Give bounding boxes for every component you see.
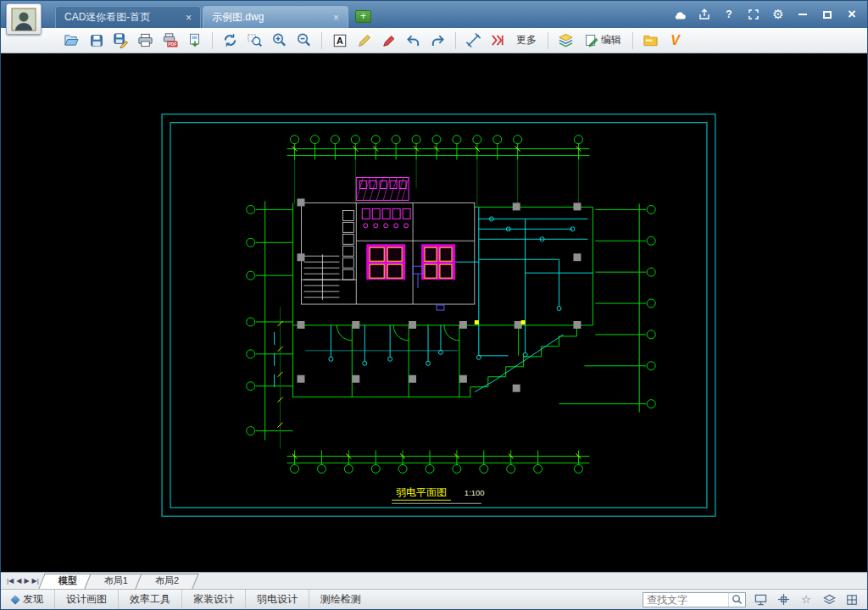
columns xyxy=(298,198,581,391)
discover-icon xyxy=(10,595,19,604)
tab-home[interactable]: CAD迷你看图-首页 × xyxy=(55,6,201,28)
tab-strip: CAD迷你看图-首页 × 示例图.dwg × + xyxy=(55,1,371,28)
statusbar-item-label: 测绘检测 xyxy=(320,592,361,607)
user-avatar[interactable] xyxy=(6,3,42,35)
display-icon[interactable] xyxy=(752,592,769,607)
statusbar-item-discover[interactable]: 发现 xyxy=(1,590,54,609)
layout-tab-bar: |◀ ◀ ▶ ▶| 模型 布局1 布局2 xyxy=(1,572,867,589)
settings-icon[interactable]: ⚙ xyxy=(771,8,785,21)
layout-tab-model[interactable]: 模型 xyxy=(45,573,91,589)
layers-icon[interactable] xyxy=(821,592,837,607)
drawing-scale: 1:100 xyxy=(465,488,485,497)
elevator-shaft-a xyxy=(366,244,405,280)
grid-icon[interactable] xyxy=(843,592,860,607)
statusbar-item-label: 效率工具 xyxy=(130,592,170,607)
export-image-button[interactable] xyxy=(183,30,206,52)
nav-last-button[interactable]: ▶| xyxy=(32,578,39,585)
titlebar: CAD迷你看图-首页 × 示例图.dwg × + ? ⚙ × xyxy=(1,1,867,28)
pdf-badge-label: PDF xyxy=(168,42,176,47)
close-button[interactable]: × xyxy=(845,8,859,21)
elevator-shaft-b xyxy=(421,244,455,280)
zoom-out-button[interactable] xyxy=(292,30,315,52)
maximize-button[interactable] xyxy=(821,8,834,21)
statusbar-item-label: 设计画图 xyxy=(66,592,107,607)
v-logo-button[interactable]: V xyxy=(664,30,687,52)
zoom-in-button[interactable] xyxy=(268,30,291,52)
layout-tab-2[interactable]: 布局2 xyxy=(142,573,192,589)
grid-bottom xyxy=(287,450,590,473)
crosshair-icon[interactable] xyxy=(775,592,792,607)
search-icon[interactable] xyxy=(728,593,745,607)
toolbar: PDF A xyxy=(1,28,867,53)
statusbar-item-label: 发现 xyxy=(23,592,43,607)
toolbar-separator xyxy=(321,32,322,49)
title-block: 弱电平面图 1:100 xyxy=(392,486,484,503)
search-box xyxy=(643,592,746,607)
partitions xyxy=(352,325,518,397)
statusbar-item-elv-design[interactable]: 弱电设计 xyxy=(245,590,309,609)
zoom-window-button[interactable] xyxy=(243,30,266,52)
layout-tab-label: 布局2 xyxy=(155,574,179,587)
layers-button[interactable] xyxy=(554,30,577,52)
toolbar-separator xyxy=(212,32,213,49)
layout-tab-1[interactable]: 布局1 xyxy=(91,573,142,589)
shaft-cells xyxy=(342,210,353,280)
share-icon[interactable] xyxy=(698,8,711,21)
star-icon[interactable]: ☆ xyxy=(798,592,815,607)
wc-fixtures xyxy=(362,208,410,227)
save-button[interactable] xyxy=(85,30,108,52)
stairs xyxy=(304,254,340,300)
open-button[interactable] xyxy=(60,30,83,52)
statusbar-item-survey-check[interactable]: 测绘检测 xyxy=(309,590,372,609)
new-tab-button[interactable]: + xyxy=(355,10,371,23)
pan-view-button[interactable] xyxy=(219,30,242,52)
grid-right xyxy=(559,203,656,412)
cloud-icon[interactable] xyxy=(673,8,687,21)
cad-drawing: 弱电平面图 1:100 xyxy=(1,53,867,572)
v-logo: V xyxy=(670,33,680,48)
measure-button[interactable] xyxy=(462,30,485,52)
export-pdf-button[interactable]: PDF xyxy=(159,30,181,52)
help-icon[interactable]: ? xyxy=(722,8,736,21)
batch-measure-button[interactable] xyxy=(487,30,509,52)
nav-first-button[interactable]: |◀ xyxy=(7,578,14,585)
toolbar-separator xyxy=(455,32,456,49)
statusbar-item-efficiency-tools[interactable]: 效率工具 xyxy=(118,590,181,609)
search-input[interactable] xyxy=(643,594,728,606)
statusbar-item-home-design[interactable]: 家装设计 xyxy=(181,590,245,609)
tab-drawing-close-icon[interactable]: × xyxy=(326,12,339,24)
redo-button[interactable] xyxy=(426,30,449,52)
building-outline xyxy=(293,202,593,396)
tab-home-close-icon[interactable]: × xyxy=(179,12,192,24)
nav-prev-button[interactable]: ◀ xyxy=(16,578,21,585)
tab-drawing[interactable]: 示例图.dwg × xyxy=(203,6,348,28)
statusbar-right: ☆ xyxy=(643,592,867,607)
more-button[interactable]: 更多 xyxy=(511,30,542,52)
save-as-button[interactable] xyxy=(109,30,132,52)
statusbar-item-label: 弱电设计 xyxy=(257,592,298,607)
avatar-person-icon xyxy=(11,8,36,31)
layout-tab-label: 模型 xyxy=(58,574,77,587)
wiring xyxy=(305,207,593,391)
edit-button[interactable]: 编辑 xyxy=(579,30,626,52)
wc-hatched-block xyxy=(356,178,409,201)
cloud-folder-button[interactable] xyxy=(639,30,662,52)
drawing-canvas[interactable]: 弱电平面图 1:100 xyxy=(1,53,867,572)
text-annotate-button[interactable]: A xyxy=(328,30,351,52)
fullscreen-icon[interactable] xyxy=(747,8,760,21)
print-button[interactable] xyxy=(134,30,157,52)
statusbar-item-design-draw[interactable]: 设计画图 xyxy=(54,590,118,609)
minimize-button[interactable] xyxy=(796,8,810,21)
grid-top xyxy=(287,136,590,160)
toolbar-separator xyxy=(632,32,633,49)
edit-label: 编辑 xyxy=(601,33,621,47)
layout-tab-label: 布局1 xyxy=(104,574,128,587)
more-label: 更多 xyxy=(516,33,537,47)
brush-tool-button[interactable] xyxy=(377,30,400,52)
layout-nav: |◀ ◀ ▶ ▶| xyxy=(1,573,45,589)
pencil-tool-button[interactable] xyxy=(353,30,376,52)
undo-button[interactable] xyxy=(402,30,425,52)
app-window: CAD迷你看图-首页 × 示例图.dwg × + ? ⚙ × xyxy=(0,0,868,610)
grid-top-leaders xyxy=(295,160,579,208)
nav-next-button[interactable]: ▶ xyxy=(24,578,29,585)
